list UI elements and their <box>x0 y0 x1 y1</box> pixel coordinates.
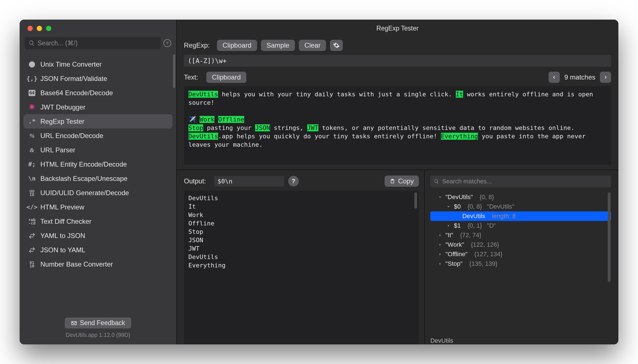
sidebar-item-text-diff-checker[interactable]: +ab-cdText Diff Checker <box>24 214 172 228</box>
highlighted-match[interactable]: It <box>456 91 463 98</box>
tree-row[interactable]: DevUtils length: 8 <box>430 211 611 221</box>
regex-clear-button[interactable]: Clear <box>299 40 326 51</box>
matches-tree[interactable]: "DevUtils" {0, 8}$0 {0, 8}"DevUtils"DevU… <box>430 192 611 332</box>
output-scrollbar[interactable] <box>414 192 417 209</box>
matches-search-input[interactable] <box>442 178 608 185</box>
bits-icon: 0110 <box>28 260 36 268</box>
disclosure-icon[interactable] <box>438 252 442 256</box>
tree-meta: {122, 126} <box>468 241 499 248</box>
output-text[interactable]: DevUtils It Work Offline Stop JSON JWT D… <box>184 191 419 344</box>
next-match-button[interactable] <box>600 72 611 83</box>
tree-row[interactable]: $1 {0, 1}"D" <box>430 221 611 230</box>
close-window-button[interactable] <box>27 26 33 31</box>
regex-input[interactable] <box>184 55 611 67</box>
tree-meta: {135, 139} <box>466 260 498 267</box>
highlighted-match[interactable]: DevUtils <box>188 133 218 140</box>
copy-output-button[interactable]: Copy <box>385 176 419 187</box>
tree-meta: {0, 1} <box>464 222 482 229</box>
sidebar-item-yaml-to-json[interactable]: YAML to JSON <box>24 228 172 243</box>
percent-icon: % <box>28 132 36 140</box>
tree-row[interactable]: "It" {72, 74} <box>430 230 611 240</box>
text-toolbar: Text: Clipboard 9 matches <box>184 72 611 83</box>
match-count: 9 matches <box>564 73 595 81</box>
tree-row[interactable]: "Work" {122, 126} <box>430 240 611 249</box>
tree-key: $0 <box>454 203 461 210</box>
amp-icon: & <box>28 146 36 154</box>
tree-row[interactable]: "Stop" {135, 139} <box>430 259 611 269</box>
output-label: Output: <box>184 177 210 185</box>
app-window: Unix Time Converter{,}JSON Format/Valida… <box>20 20 618 344</box>
tree-key: "Stop" <box>445 260 463 267</box>
sidebar-item-json-to-yaml[interactable]: JSON to YAML <box>24 243 172 257</box>
sidebar-item-label: Text Diff Checker <box>40 218 91 225</box>
tree-row[interactable]: "DevUtils" {0, 8} <box>430 192 611 202</box>
disclosure-icon[interactable] <box>438 262 442 266</box>
matches-scrollbar[interactable] <box>608 192 611 282</box>
disclosure-icon[interactable] <box>438 233 442 237</box>
prev-match-button[interactable] <box>549 72 560 83</box>
disclosure-icon[interactable] <box>447 224 450 228</box>
sidebar-search[interactable] <box>25 37 161 49</box>
sidebar-scrollbar[interactable] <box>173 54 175 88</box>
highlighted-match[interactable]: Stop <box>188 124 203 131</box>
disclosure-icon[interactable] <box>447 205 450 209</box>
feedback-label: Send Feedback <box>80 319 125 327</box>
text-clipboard-button[interactable]: Clipboard <box>206 72 246 83</box>
highlighted-match[interactable]: Everything <box>441 133 478 140</box>
tree-meta: {0, 8} <box>476 193 494 201</box>
disclosure-icon[interactable] <box>438 195 442 199</box>
sidebar-item-html-preview[interactable]: </>HTML Preview <box>24 200 172 214</box>
hash-icon: #; <box>28 160 36 168</box>
sidebar-search-input[interactable] <box>38 39 157 47</box>
sidebar-item-unix-time-converter[interactable]: Unix Time Converter <box>24 57 172 71</box>
chevron-right-icon <box>603 75 608 80</box>
sidebar-item-label: Backslash Escape/Unescape <box>40 175 128 183</box>
sidebar-item-regexp-tester[interactable]: .*RegExp Tester <box>24 114 172 129</box>
tree-row[interactable]: "Offline" {127, 134} <box>430 249 611 259</box>
sidebar-item-label: JWT Debugger <box>40 103 85 111</box>
maximize-window-button[interactable] <box>46 26 51 31</box>
disclosure-icon[interactable] <box>438 243 442 247</box>
matches-search[interactable] <box>430 176 611 187</box>
copy-label: Copy <box>398 177 414 185</box>
tree-meta-extra: "D" <box>487 222 496 229</box>
minimize-window-button[interactable] <box>37 26 42 31</box>
window-controls <box>20 20 176 37</box>
sidebar-item-uuid-ulid-generate-decode[interactable]: UUIDUUID/ULID Generate/Decode <box>24 186 172 200</box>
swap-icon <box>28 246 36 254</box>
sidebar-item-label: RegExp Tester <box>40 118 84 125</box>
sidebar-item-backslash-escape-unescape[interactable]: \nBackslash Escape/Unescape <box>24 171 172 186</box>
sidebar-filter-button[interactable] <box>163 39 171 47</box>
tree-row[interactable]: $0 {0, 8}"DevUtils" <box>430 202 611 211</box>
sidebar-item-jwt-debugger[interactable]: ✳JWT Debugger <box>24 100 172 114</box>
output-format-input[interactable] <box>214 176 284 186</box>
regex-sample-button[interactable]: Sample <box>261 40 295 51</box>
tree-key: "Offline" <box>445 251 468 258</box>
send-feedback-button[interactable]: Send Feedback <box>65 318 131 328</box>
main-pane: RegExp Tester RegExp: Clipboard Sample C… <box>177 20 618 344</box>
regex-clipboard-button[interactable]: Clipboard <box>217 40 257 51</box>
tree-key: DevUtils <box>462 213 485 220</box>
highlighted-match[interactable]: Work <box>200 116 214 123</box>
highlighted-match[interactable]: DevUtils <box>188 91 218 98</box>
highlighted-match[interactable]: JWT <box>307 124 318 131</box>
sidebar-item-json-format-validate[interactable]: {,}JSON Format/Validate <box>24 71 172 86</box>
highlighted-match[interactable]: JSON <box>255 124 270 131</box>
sidebar-item-html-entity-encode-decode[interactable]: #;HTML Entity Encode/Decode <box>24 157 172 171</box>
sidebar-item-label: URL Encode/Decode <box>40 132 103 140</box>
sidebar-item-number-base-converter[interactable]: 0110Number Base Converter <box>24 257 172 271</box>
output-help-button[interactable]: ? <box>288 176 299 186</box>
text-input-area[interactable]: DevUtils helps you with your tiny daily … <box>184 86 611 165</box>
tools-list[interactable]: Unix Time Converter{,}JSON Format/Valida… <box>20 53 176 314</box>
sidebar-item-url-parser[interactable]: &URL Parser <box>24 143 172 157</box>
sidebar-item-label: URL Parser <box>40 146 75 154</box>
chevron-left-icon <box>552 75 556 80</box>
regex-icon: .* <box>28 118 36 125</box>
search-icon <box>434 179 439 184</box>
sidebar-item-base64-encode-decode[interactable]: 64Base64 Encode/Decode <box>24 86 172 100</box>
sidebar-item-url-encode-decode[interactable]: %URL Encode/Decode <box>24 129 172 143</box>
sidebar-item-label: HTML Entity Encode/Decode <box>40 160 127 168</box>
regex-settings-button[interactable] <box>330 40 343 51</box>
sidebar-footer: Send Feedback DevUtils.app 1.12.0 (99D) <box>20 314 176 344</box>
highlighted-match[interactable]: Offline <box>218 116 244 123</box>
